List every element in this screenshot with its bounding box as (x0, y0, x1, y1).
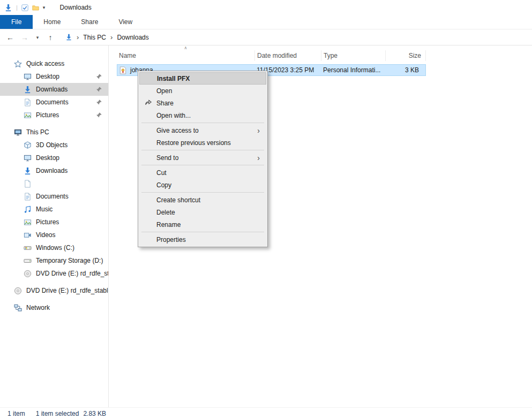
title-bar: | ▾ Downloads (0, 0, 532, 15)
menu-item-share[interactable]: Share (139, 97, 266, 109)
sidebar-item-downloads-pinned[interactable]: Downloads (0, 83, 108, 96)
sidebar-item-music[interactable]: Music (0, 203, 108, 216)
recent-locations-dropdown-icon[interactable]: ▾ (34, 35, 41, 40)
downloads-icon (24, 86, 32, 94)
share-icon (144, 99, 152, 107)
sidebar-label: Downloads (36, 86, 68, 93)
column-header-type[interactable]: Type (321, 50, 386, 61)
submenu-chevron-icon: › (257, 154, 260, 162)
pin-icon (95, 112, 102, 119)
pictures-icon (24, 111, 32, 119)
breadcrumb-this-pc[interactable]: This PC (83, 34, 106, 41)
menu-item-rename[interactable]: Rename (139, 218, 266, 231)
sidebar-item-pictures[interactable]: Pictures (0, 216, 108, 228)
disc-icon (14, 287, 22, 295)
menu-separator (141, 192, 264, 193)
customize-toolbar-dropdown-icon[interactable]: ▾ (43, 5, 46, 10)
column-header-size[interactable]: Size (386, 50, 426, 61)
menu-item-install-pfx[interactable]: Install PFX (139, 72, 266, 85)
sidebar-item-windows-c[interactable]: Windows (C:) (0, 241, 108, 254)
sidebar-item-network[interactable]: Network (0, 301, 108, 314)
file-size: 3 KB (385, 66, 424, 74)
menu-item-delete[interactable]: Delete (139, 206, 266, 218)
drive-icon (24, 257, 32, 265)
menu-separator (141, 123, 264, 123)
menu-label: Delete (156, 209, 175, 216)
documents-icon (24, 98, 32, 106)
desktop-icon (24, 73, 32, 81)
menu-separator (141, 165, 264, 165)
menu-item-cut[interactable]: Cut (139, 166, 266, 179)
selection-count: 1 item selected (36, 410, 79, 417)
sidebar-label: Network (26, 304, 50, 311)
sort-ascending-icon: ∧ (184, 45, 188, 50)
document-icon (24, 180, 32, 188)
explorer-window: | ▾ Downloads File Home Share View ← → ▾… (0, 0, 532, 419)
sidebar-label: Desktop (36, 154, 59, 162)
tab-view[interactable]: View (109, 15, 142, 29)
menu-label: Restore previous versions (156, 139, 231, 147)
breadcrumb-chevron-icon: › (109, 33, 114, 41)
tab-file[interactable]: File (0, 15, 33, 29)
sidebar-item-pictures-pinned[interactable]: Pictures (0, 109, 108, 121)
menu-label: Open with... (156, 112, 191, 119)
tab-home[interactable]: Home (34, 15, 70, 29)
sidebar-label: Videos (36, 231, 55, 239)
pin-icon (95, 73, 102, 80)
sidebar-item-downloads[interactable]: Downloads (0, 164, 108, 177)
menu-item-send-to[interactable]: Send to › (139, 151, 266, 164)
sidebar-item-documents[interactable]: Documents (0, 190, 108, 203)
menu-label: Rename (156, 221, 181, 228)
menu-item-restore-previous-versions[interactable]: Restore previous versions (139, 136, 266, 149)
documents-icon (24, 193, 32, 201)
sidebar-label: 3D Objects (36, 141, 68, 149)
sidebar-label: Documents (36, 193, 69, 200)
column-label: Type (324, 52, 338, 59)
menu-label: Copy (156, 181, 171, 189)
sidebar-item-dvd-drive-e[interactable]: DVD Drive (E:) rd_rdfe_stable (0, 267, 108, 280)
column-label: Name (119, 52, 136, 59)
menu-item-copy[interactable]: Copy (139, 179, 266, 191)
menu-label: Properties (156, 236, 186, 243)
column-header-name[interactable]: ∧ Name (117, 50, 255, 61)
sidebar-label: Pictures (36, 111, 59, 119)
up-button[interactable]: ↑ (46, 34, 55, 41)
item-count: 1 item (8, 410, 25, 417)
desktop-icon (24, 154, 32, 162)
sidebar-item-3d-objects[interactable]: 3D Objects (0, 139, 108, 151)
sidebar-item-temporary-storage-d[interactable]: Temporary Storage (D:) (0, 254, 108, 267)
sidebar-section-this-pc[interactable]: This PC (0, 126, 108, 139)
context-menu: Install PFX Open Share Open with... Give… (138, 71, 268, 247)
column-header-date-modified[interactable]: Date modified (255, 50, 321, 61)
menu-label: Install PFX (157, 75, 190, 82)
sidebar-label: Pictures (36, 218, 59, 226)
disc-icon (24, 270, 32, 278)
pin-icon (95, 86, 102, 93)
quick-access-properties-icon[interactable] (21, 4, 28, 11)
sidebar-item-videos[interactable]: Videos (0, 228, 108, 241)
sidebar-item-desktop[interactable]: Desktop (0, 151, 108, 164)
sidebar-item-unnamed[interactable] (0, 177, 108, 190)
sidebar-section-quick-access[interactable]: Quick access (0, 57, 108, 70)
breadcrumb: › This PC › Downloads (65, 33, 149, 41)
back-button[interactable]: ← (5, 34, 15, 41)
sidebar-item-dvd-drive-e-root[interactable]: DVD Drive (E:) rd_rdfe_stable.T (0, 284, 108, 297)
breadcrumb-downloads[interactable]: Downloads (117, 34, 148, 41)
sidebar-item-documents-pinned[interactable]: Documents (0, 96, 108, 109)
pictures-icon (24, 218, 32, 226)
tab-share[interactable]: Share (71, 15, 108, 29)
menu-item-open-with[interactable]: Open with... (139, 109, 266, 121)
pin-icon (95, 99, 102, 106)
menu-separator (141, 150, 264, 150)
navigation-pane: Quick access Desktop Downloads Documents… (0, 45, 109, 407)
forward-button[interactable]: → (20, 34, 29, 41)
menu-item-open[interactable]: Open (139, 85, 266, 97)
menu-item-give-access-to[interactable]: Give access to › (139, 124, 266, 136)
3d-objects-icon (24, 141, 32, 149)
file-type: Personal Informati... (321, 66, 385, 74)
menu-item-create-shortcut[interactable]: Create shortcut (139, 194, 266, 206)
menu-separator (141, 232, 264, 232)
sidebar-item-desktop-pinned[interactable]: Desktop (0, 70, 108, 83)
quick-access-new-folder-icon[interactable] (32, 4, 39, 11)
menu-item-properties[interactable]: Properties (139, 233, 266, 246)
